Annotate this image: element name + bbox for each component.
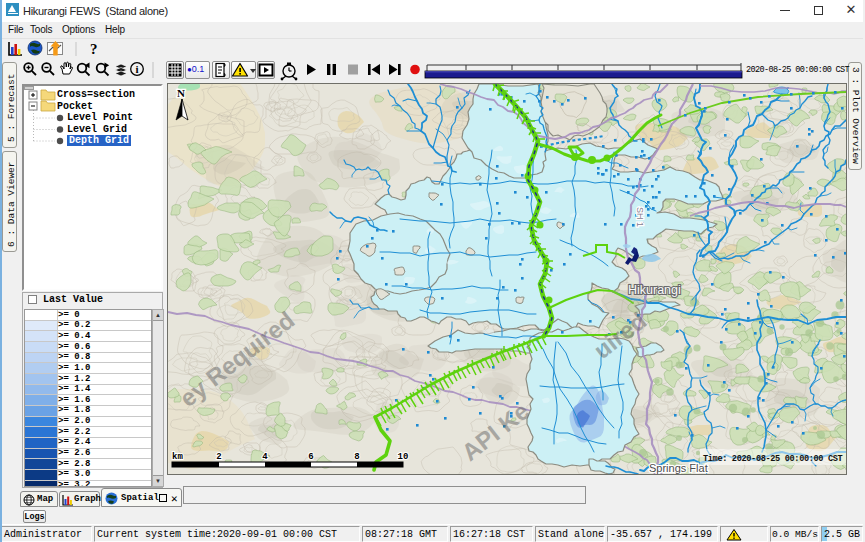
svg-text:?: ?	[90, 41, 98, 57]
svg-text:8: 8	[354, 452, 359, 462]
svg-text:2: 2	[216, 452, 221, 462]
svg-text:6: 6	[308, 452, 313, 462]
svg-text:N: N	[177, 87, 185, 99]
svg-text:km: km	[172, 452, 183, 462]
svg-text:SH 1: SH 1	[635, 207, 645, 227]
svg-text:i: i	[135, 63, 138, 75]
svg-text:4: 4	[262, 452, 268, 462]
svg-text:Time: 2020-08-25 00:00:00 CST: Time: 2020-08-25 00:00:00 CST	[703, 454, 843, 464]
svg-text:Hikurangi: Hikurangi	[628, 283, 681, 297]
svg-text:10: 10	[398, 452, 409, 462]
svg-text:Springs Flat: Springs Flat	[649, 462, 708, 474]
